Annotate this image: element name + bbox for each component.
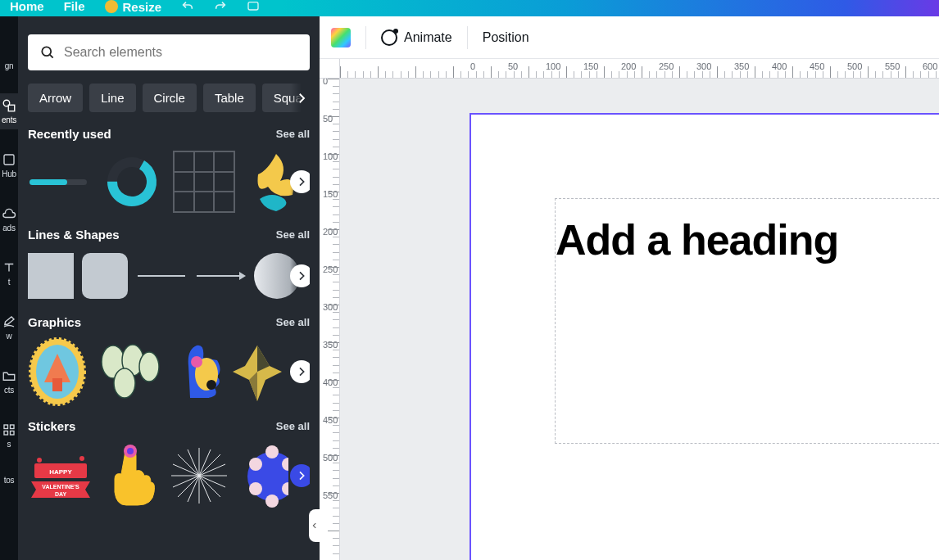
- ruler-tick-label: 500: [847, 61, 862, 71]
- element-thumb-origami-star[interactable]: [233, 337, 282, 406]
- ruler-tick-label: 550: [885, 61, 900, 71]
- nav-brandhub[interactable]: Hub: [0, 147, 18, 183]
- svg-point-34: [206, 380, 216, 390]
- ruler-tick-label: 300: [323, 302, 338, 312]
- position-button[interactable]: Position: [483, 30, 529, 45]
- element-thumb-valentines-badge[interactable]: HAPPYVALENTINE'SDAY: [28, 447, 93, 504]
- ruler-tick-label: 200: [323, 227, 338, 237]
- chip-circle[interactable]: Circle: [143, 84, 197, 112]
- element-thumb-progress-bar[interactable]: [28, 150, 92, 214]
- text-frame[interactable]: Add a heading: [555, 198, 939, 444]
- animate-label: Animate: [404, 30, 452, 45]
- svg-text:HAPPY: HAPPY: [49, 468, 72, 476]
- menu-resize-label: Resize: [123, 1, 162, 13]
- element-thumb-thumbs-up-colorful[interactable]: [172, 337, 225, 406]
- svg-point-33: [191, 356, 202, 368]
- horizontal-ruler[interactable]: 050100150200250300350400450500550600: [340, 59, 939, 79]
- search-input-wrap[interactable]: [28, 34, 310, 70]
- chip-arrow[interactable]: Arrow: [28, 84, 83, 112]
- redo-button[interactable]: [214, 0, 227, 15]
- undo-button[interactable]: [181, 0, 194, 15]
- search-input[interactable]: [64, 45, 298, 60]
- chevron-right-icon: [294, 91, 309, 106]
- element-thumb-line[interactable]: [136, 253, 187, 299]
- chip-table[interactable]: Table: [203, 84, 256, 112]
- nav-projects[interactable]: cts: [0, 364, 18, 400]
- chips-scroll-right[interactable]: [290, 84, 310, 112]
- nav-apps-label: s: [7, 440, 11, 449]
- element-thumb-flower-badge[interactable]: [239, 444, 288, 508]
- canvas-page[interactable]: Add a heading: [471, 115, 939, 560]
- canvas-toolbar: Animate Position: [320, 16, 939, 59]
- element-thumb-pointer-hand[interactable]: [102, 441, 159, 510]
- section-lines-shapes: Lines & Shapes See all: [28, 228, 310, 302]
- ruler-tick-label: 450: [323, 415, 338, 425]
- nav-photos[interactable]: tos: [0, 472, 18, 490]
- ruler-tick-label: 400: [323, 377, 338, 387]
- ruler-tick-label: 50: [508, 61, 518, 71]
- chevron-right-icon: [295, 365, 308, 378]
- element-thumb-table-grid[interactable]: [172, 150, 236, 214]
- folder-icon: [2, 368, 16, 383]
- svg-point-30: [139, 352, 159, 382]
- svg-line-9: [50, 55, 53, 58]
- ruler-tick-label: 0: [470, 61, 475, 71]
- ruler-tick-label: 100: [546, 61, 560, 71]
- ruler-tick-label: 350: [323, 340, 338, 350]
- ruler-tick-label: 100: [323, 151, 338, 161]
- svg-rect-3: [4, 155, 14, 165]
- ruler-tick-label: 450: [810, 61, 824, 71]
- see-all-link[interactable]: See all: [276, 316, 310, 328]
- row-scroll-right[interactable]: [290, 441, 310, 510]
- nav-uploads[interactable]: ads: [0, 201, 18, 237]
- svg-rect-5: [11, 425, 15, 429]
- svg-point-55: [265, 445, 279, 458]
- ruler-tick-label: 350: [734, 61, 749, 71]
- ruler-tick-label: 150: [583, 61, 598, 71]
- cloud-save-icon[interactable]: [247, 0, 260, 15]
- row-scroll-right[interactable]: [290, 337, 310, 406]
- chip-line[interactable]: Line: [89, 84, 135, 112]
- heading-text[interactable]: Add a heading: [556, 215, 939, 264]
- nav-apps[interactable]: s: [0, 418, 18, 454]
- element-thumb-stamp-frame[interactable]: [28, 337, 87, 406]
- canvas-stage[interactable]: Add a heading: [340, 79, 939, 560]
- element-thumb-square[interactable]: [28, 253, 74, 299]
- element-thumb-tropical-leaves[interactable]: [95, 337, 164, 406]
- ruler-tick-label: 500: [323, 453, 338, 463]
- vertical-ruler[interactable]: 050100150200250300350400450500550: [320, 79, 340, 560]
- toolbar-divider: [365, 26, 366, 49]
- see-all-link[interactable]: See all: [276, 128, 310, 140]
- nav-elements[interactable]: ents: [0, 93, 18, 129]
- element-thumb-donut-chart[interactable]: [100, 150, 164, 214]
- nav-design[interactable]: gn: [0, 57, 18, 75]
- nav-text[interactable]: t: [0, 255, 18, 291]
- menu-home[interactable]: Home: [10, 0, 44, 12]
- element-thumb-arrow-line[interactable]: [195, 253, 246, 299]
- chevron-right-icon: [295, 175, 308, 188]
- menu-resize[interactable]: Resize: [105, 0, 162, 13]
- see-all-link[interactable]: See all: [276, 420, 310, 432]
- svg-rect-19: [28, 253, 74, 299]
- animate-button[interactable]: Animate: [381, 29, 452, 46]
- ruler-tick-label: 400: [772, 61, 787, 71]
- toolbar-divider: [467, 26, 468, 49]
- svg-rect-0: [248, 2, 258, 10]
- element-thumb-sparkle-burst[interactable]: [167, 444, 231, 508]
- elements-panel: Arrow Line Circle Table Square Recently …: [18, 16, 320, 560]
- see-all-link[interactable]: See all: [276, 228, 310, 241]
- row-scroll-right[interactable]: [290, 149, 310, 215]
- nav-photos-label: tos: [4, 476, 15, 485]
- nav-brandhub-label: Hub: [2, 170, 16, 178]
- color-picker-button[interactable]: [331, 28, 351, 47]
- cloud-upload-icon: [2, 206, 16, 221]
- svg-rect-20: [82, 253, 128, 299]
- nav-draw[interactable]: w: [0, 309, 18, 345]
- row-scroll-right[interactable]: [290, 250, 310, 302]
- menu-file[interactable]: File: [64, 0, 85, 12]
- nav-draw-label: w: [6, 332, 11, 341]
- ruler-tick-label: 250: [323, 264, 338, 274]
- element-thumb-rounded-square[interactable]: [82, 253, 128, 299]
- collapse-panel-button[interactable]: [309, 509, 320, 542]
- svg-text:DAY: DAY: [55, 491, 66, 497]
